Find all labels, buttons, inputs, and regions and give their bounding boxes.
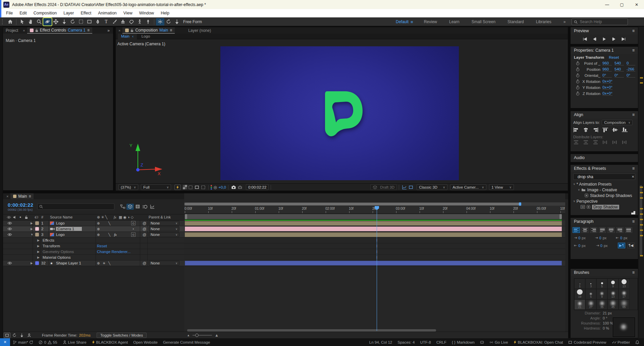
video-column-icon[interactable] — [7, 216, 11, 219]
tree-item-stacked-drop-shadows[interactable]: Stacked Drop Shadows — [571, 193, 638, 198]
workspace-menu-icon[interactable]: ≡ — [411, 19, 418, 24]
clone-stamp-tool[interactable] — [119, 18, 127, 26]
menu-file[interactable]: File — [3, 11, 16, 15]
prop-value[interactable]: 0 — [627, 61, 635, 65]
zoom-in-icon[interactable]: ▲ — [215, 333, 219, 338]
playhead-line[interactable] — [377, 207, 377, 331]
workspace-review[interactable]: Review — [418, 19, 443, 24]
audio-column-icon[interactable] — [13, 215, 16, 219]
brush-preset[interactable]: 65 — [619, 299, 630, 310]
ground-plane-icon[interactable] — [401, 185, 408, 190]
prop-value[interactable]: 0° — [614, 73, 624, 78]
timeline-graph-area[interactable]: 0:00f 10f 20f 01:00f 10f 20f 02:00f 10f … — [184, 193, 565, 338]
selection-tool[interactable] — [18, 18, 26, 26]
hardness-value[interactable]: 0 % — [603, 326, 609, 330]
prop-value[interactable]: 0x+0° — [602, 79, 612, 84]
brush-preset[interactable]: 1 — [574, 279, 585, 289]
close-button[interactable]: ✕ — [629, 0, 644, 9]
property-group-transform[interactable]: ▶TransformReset — [3, 243, 184, 249]
graph-editor-icon[interactable] — [149, 204, 156, 210]
collapse-switch-icon[interactable]: ⊕ — [97, 221, 100, 225]
eye-icon[interactable] — [7, 233, 12, 236]
fast-preview-icon[interactable] — [174, 185, 181, 190]
playhead-handle[interactable] — [375, 206, 379, 210]
workspace-default[interactable]: Default — [390, 19, 411, 24]
tree-item-animation-presets[interactable]: ∨* Animation Presets — [571, 181, 638, 187]
layer-row-logo-1[interactable]: ▶ 1 Logo ⊕ ╲ ◇ @ None∨ — [3, 220, 184, 226]
pickwhip-icon[interactable]: @ — [143, 261, 146, 265]
previous-frame-button[interactable] — [592, 37, 597, 41]
hand-tool[interactable] — [26, 18, 35, 26]
eol-item[interactable]: CRLF — [434, 340, 449, 344]
first-line-indent-field[interactable]: ⇤0px — [574, 243, 594, 248]
brush-preset-selected[interactable]: 21 — [574, 299, 585, 310]
align-to-dropdown[interactable]: Composition∨ — [602, 120, 633, 125]
panel-menu-icon[interactable]: ≡ — [632, 219, 635, 224]
stopwatch-icon[interactable] — [576, 79, 580, 84]
generate-commit-item[interactable]: Generate Commit Message — [160, 340, 213, 344]
source-name-column[interactable]: Source Name — [50, 215, 72, 219]
menu-layer[interactable]: Layer — [60, 11, 77, 15]
brush-preset[interactable]: 17 — [619, 289, 630, 299]
motion-blur-icon[interactable] — [141, 204, 149, 210]
mask-visibility-icon[interactable] — [187, 185, 194, 190]
menu-window[interactable]: Window — [136, 11, 157, 15]
tab-layer[interactable]: Layer (none) — [175, 28, 224, 33]
draft-3d-toggle[interactable]: Draft 3D — [370, 184, 397, 190]
pickwhip-icon[interactable]: @ — [143, 227, 146, 231]
align-right-text-button[interactable] — [590, 227, 597, 233]
composition-viewer[interactable]: Active Camera (Camera 1) Y X Z — [116, 40, 568, 183]
breadcrumb-back-icon[interactable]: ‹ — [132, 34, 133, 38]
brush-preset[interactable]: 19 — [574, 289, 585, 299]
lock-column-icon[interactable] — [25, 215, 28, 219]
layer-bar-logo-3[interactable] — [185, 232, 562, 237]
layer-name[interactable]: Logo — [56, 221, 65, 225]
breadcrumb-main-tab[interactable]: Main ‹ — [118, 34, 137, 39]
pickwhip-icon[interactable]: @ — [143, 233, 146, 237]
expand-inout-icon[interactable] — [18, 333, 25, 338]
align-left-text-button[interactable] — [573, 227, 580, 233]
label-color-swatch[interactable] — [35, 221, 39, 225]
tab-overflow-chevron[interactable]: » — [107, 28, 113, 33]
exposure-icon[interactable]: ◎ — [212, 185, 218, 190]
align-top-button[interactable] — [602, 128, 608, 132]
viewer-timecode[interactable]: 0:00:02:22 — [246, 184, 269, 190]
blackboxai-chat-item[interactable]: BLACKBOXAI: Open Chat — [511, 340, 566, 344]
eye-icon[interactable] — [7, 222, 12, 225]
navigator-handle[interactable] — [519, 202, 521, 206]
tree-item-drop-shadow[interactable]: 32Drop Shadow — [571, 204, 638, 210]
pan-camera-tool[interactable] — [52, 18, 60, 26]
blackbox-agent-item[interactable]: BLACKBOX Agent — [89, 340, 131, 344]
quality-switch-icon[interactable]: ╲ — [108, 261, 110, 265]
align-bottom-button[interactable] — [622, 128, 628, 132]
indent-left-field[interactable]: ⇥0px — [574, 236, 593, 240]
layer-bar-logo-1[interactable] — [185, 221, 562, 226]
fx-column-icon[interactable]: fx — [114, 215, 116, 219]
switches-column-icons[interactable]: ⊕✳╲ — [97, 215, 108, 219]
right-edge-scrollbar[interactable] — [638, 27, 644, 338]
diameter-value[interactable]: 21 px — [603, 311, 612, 315]
distribute-right-button[interactable] — [622, 140, 628, 145]
zoom-out-icon[interactable]: ▲ — [187, 334, 190, 337]
space-after-field[interactable]: ⇥0px — [596, 243, 616, 248]
orbit-gizmo-tool[interactable] — [164, 18, 173, 26]
codebraid-preview-item[interactable]: Codebraid Preview — [566, 340, 609, 344]
region-of-interest-icon[interactable] — [194, 185, 200, 190]
panel-menu-icon[interactable]: ≡ — [170, 28, 172, 33]
prop-value[interactable]: 960 — [602, 67, 612, 71]
zoom-tool[interactable] — [35, 18, 43, 26]
zoom-slider-track[interactable] — [193, 335, 212, 336]
layer-name[interactable]: Shape Layer 1 — [56, 261, 81, 265]
panel-menu-icon[interactable]: ≡ — [632, 270, 635, 275]
effects-search-input[interactable] — [578, 175, 630, 179]
brush-preset[interactable]: 5 — [585, 289, 596, 299]
parent-link-column[interactable]: Parent & Link — [149, 215, 171, 219]
label-color-swatch[interactable] — [35, 261, 39, 265]
go-live-item[interactable]: Go Live — [487, 340, 511, 344]
panel-menu-icon[interactable]: ≡ — [87, 28, 90, 33]
justify-last-right-button[interactable] — [616, 227, 624, 233]
quality-switch-icon[interactable]: ╲ — [108, 221, 110, 225]
workspace-small-screen[interactable]: Small Screen — [466, 19, 501, 24]
distribute-top-button[interactable] — [573, 140, 579, 145]
fx-switch[interactable]: fx — [114, 233, 117, 237]
